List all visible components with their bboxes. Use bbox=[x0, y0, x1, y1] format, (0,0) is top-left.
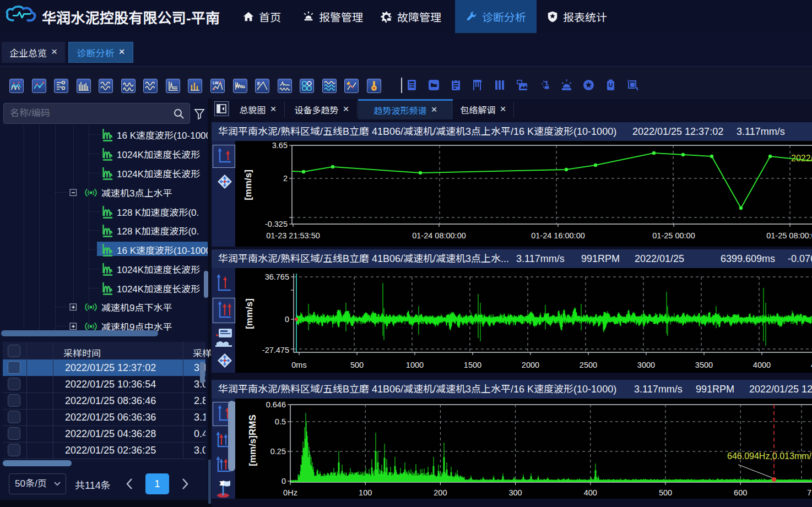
svg-text:3500: 3500 bbox=[695, 361, 713, 369]
svg-text:0Hz: 0Hz bbox=[283, 488, 297, 497]
svg-text:01-23 21:53:50: 01-23 21:53:50 bbox=[266, 231, 320, 240]
svg-text:01-25 00:00: 01-25 00:00 bbox=[652, 231, 695, 240]
svg-text:4000: 4000 bbox=[753, 361, 771, 369]
svg-text:2000: 2000 bbox=[522, 361, 539, 369]
svg-text:200: 200 bbox=[434, 488, 447, 497]
svg-text:1500: 1500 bbox=[464, 361, 481, 369]
svg-text:3.65: 3.65 bbox=[272, 141, 288, 150]
svg-text:2500: 2500 bbox=[580, 361, 597, 369]
svg-text:0: 0 bbox=[282, 477, 286, 486]
svg-text:01-24 08:00:00: 01-24 08:00:00 bbox=[412, 231, 466, 240]
svg-text:400: 400 bbox=[584, 488, 597, 497]
svg-text:1000: 1000 bbox=[406, 361, 424, 369]
svg-text:2022/0: 2022/0 bbox=[791, 154, 812, 163]
svg-text:2: 2 bbox=[283, 174, 288, 183]
svg-text:100: 100 bbox=[359, 488, 372, 497]
svg-text:-0.325: -0.325 bbox=[265, 220, 288, 228]
svg-text:646.094Hz,0.013mm/s: 646.094Hz,0.013mm/s bbox=[727, 451, 812, 461]
svg-text:7: 7 bbox=[807, 488, 811, 497]
svg-text:3000: 3000 bbox=[637, 361, 655, 369]
svg-text:600: 600 bbox=[734, 488, 747, 497]
svg-text:500: 500 bbox=[659, 488, 672, 497]
svg-text:0.25: 0.25 bbox=[270, 447, 286, 456]
svg-text:-27.475: -27.475 bbox=[262, 346, 289, 355]
svg-text:LW: LW bbox=[213, 81, 219, 85]
svg-text:0ms: 0ms bbox=[291, 361, 306, 369]
svg-text:0: 0 bbox=[285, 315, 289, 324]
svg-text:300: 300 bbox=[508, 488, 522, 497]
svg-text:01-25 08:00:00: 01-25 08:00:00 bbox=[766, 231, 812, 240]
svg-text:500: 500 bbox=[350, 361, 364, 369]
svg-text:0.646: 0.646 bbox=[266, 400, 286, 409]
svg-text:01-24 16:00:00: 01-24 16:00:00 bbox=[531, 231, 585, 240]
svg-text:36.765: 36.765 bbox=[265, 272, 289, 281]
svg-text:0.5: 0.5 bbox=[275, 417, 286, 426]
